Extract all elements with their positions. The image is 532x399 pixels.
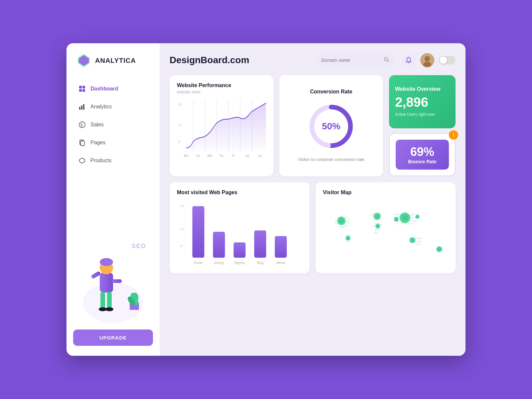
overview-number: 2,896 xyxy=(395,95,450,110)
svg-point-162 xyxy=(397,223,399,224)
overview-description: Active Users right now xyxy=(395,112,450,117)
analytics-icon xyxy=(78,103,86,110)
svg-point-158 xyxy=(414,221,415,222)
svg-rect-59 xyxy=(234,242,246,258)
sidebar-item-products[interactable]: Products xyxy=(73,153,153,168)
svg-text:10k: 10k xyxy=(178,123,182,127)
svg-point-163 xyxy=(401,222,402,224)
bounce-inner: 69% Bounce Rate xyxy=(396,140,449,170)
svg-text:Thu: Thu xyxy=(219,154,223,158)
svg-line-30 xyxy=(387,61,389,62)
main-content: DesignBoard.com xyxy=(160,43,466,356)
svg-rect-6 xyxy=(82,89,85,92)
svg-point-88 xyxy=(339,226,340,227)
performance-card: Website Performance website visits 20k 1… xyxy=(170,75,273,176)
visitor-map-area: .map-dot { fill: #4ECDC4; opacity: 0.5; … xyxy=(323,200,448,266)
svg-point-182 xyxy=(403,216,407,220)
svg-text:Tue: Tue xyxy=(196,154,200,158)
search-input[interactable] xyxy=(321,58,380,63)
svg-point-125 xyxy=(375,232,376,233)
svg-point-161 xyxy=(415,220,417,221)
sidebar-item-analytics[interactable]: Analytics xyxy=(73,99,153,114)
svg-point-170 xyxy=(420,237,422,239)
svg-point-18 xyxy=(100,258,113,266)
svg-point-176 xyxy=(418,243,420,245)
sidebar-label-products: Products xyxy=(90,158,111,164)
svg-point-115 xyxy=(377,222,378,224)
svg-point-136 xyxy=(410,215,411,216)
svg-point-33 xyxy=(425,56,430,62)
svg-point-166 xyxy=(412,223,413,224)
svg-point-91 xyxy=(344,225,346,227)
avatar xyxy=(420,53,434,67)
conversion-card: Conversion Rate xyxy=(279,75,383,176)
most-visited-title: Most visited Web Pages xyxy=(177,190,302,196)
svg-point-99 xyxy=(350,236,351,237)
right-cards: Website Overview 2,896 Active Users righ… xyxy=(389,75,456,176)
notification-button[interactable] xyxy=(402,53,416,67)
svg-point-172 xyxy=(417,240,418,242)
svg-point-29 xyxy=(384,58,388,61)
svg-point-168 xyxy=(417,237,418,239)
svg-rect-19 xyxy=(90,271,101,279)
svg-point-34 xyxy=(423,62,431,67)
svg-point-121 xyxy=(377,228,378,230)
svg-point-169 xyxy=(418,238,420,239)
svg-text:pricing: pricing xyxy=(214,261,224,265)
dashboard-icon xyxy=(78,85,86,92)
svg-text:10k: 10k xyxy=(180,227,185,231)
svg-point-164 xyxy=(405,223,406,224)
svg-rect-20 xyxy=(112,279,122,283)
products-icon xyxy=(78,157,86,164)
svg-text:Wed: Wed xyxy=(207,154,212,158)
sidebar-item-sales[interactable]: $ Sales xyxy=(73,117,153,132)
svg-point-120 xyxy=(375,229,376,230)
bar-chart-svg: 20k 10k 5k xyxy=(177,200,302,267)
svg-rect-8 xyxy=(81,105,82,110)
svg-point-114 xyxy=(375,223,376,224)
bounce-alert-icon: ! xyxy=(449,130,458,140)
seo-label: SEO xyxy=(132,243,146,250)
svg-text:Mon: Mon xyxy=(184,154,189,158)
sidebar-item-pages[interactable]: Pages xyxy=(73,135,153,150)
svg-point-130 xyxy=(399,214,401,215)
svg-point-92 xyxy=(346,225,347,226)
nav-menu: Dashboard Analytics $ xyxy=(73,81,153,168)
search-box[interactable] xyxy=(315,54,395,67)
svg-rect-61 xyxy=(275,236,287,258)
svg-point-185 xyxy=(376,215,378,217)
svg-rect-16 xyxy=(100,273,113,293)
svg-point-200 xyxy=(395,218,397,220)
svg-text:5k: 5k xyxy=(180,244,183,247)
pages-icon xyxy=(78,139,86,146)
svg-rect-5 xyxy=(79,89,82,92)
svg-text:SignUp: SignUp xyxy=(234,261,245,265)
visitor-map-card: Visitor Map .map-dot { fill: #4ECDC4; op… xyxy=(316,182,456,273)
svg-text:5k: 5k xyxy=(178,140,181,144)
svg-point-174 xyxy=(420,241,422,242)
svg-rect-3 xyxy=(79,86,82,88)
svg-rect-60 xyxy=(254,230,266,258)
sidebar-label-dashboard: Dashboard xyxy=(90,86,118,92)
donut-chart: 50% xyxy=(306,101,356,151)
svg-point-191 xyxy=(347,237,349,239)
logo-text: ANALYTICA xyxy=(95,57,136,65)
world-map-svg: .map-dot { fill: #4ECDC4; opacity: 0.5; … xyxy=(323,200,448,266)
sidebar-item-dashboard[interactable]: Dashboard xyxy=(73,81,153,96)
svg-point-175 xyxy=(417,243,418,245)
search-icon[interactable] xyxy=(384,57,389,64)
svg-point-203 xyxy=(417,216,418,217)
sales-icon: $ xyxy=(78,121,86,128)
svg-point-123 xyxy=(373,225,374,226)
upgrade-button[interactable]: UPGRADE xyxy=(73,330,153,346)
sidebar: ANALYTICA Dashboard xyxy=(66,43,160,356)
svg-text:Blog: Blog xyxy=(257,261,263,265)
avatar-image xyxy=(420,53,434,67)
overview-title: Website Overview xyxy=(395,86,450,92)
svg-point-97 xyxy=(346,241,347,242)
performance-subtitle: website visits xyxy=(177,90,266,94)
svg-point-94 xyxy=(348,234,349,236)
toggle-switch[interactable] xyxy=(439,56,456,65)
svg-point-173 xyxy=(418,241,420,242)
svg-point-197 xyxy=(438,248,440,250)
